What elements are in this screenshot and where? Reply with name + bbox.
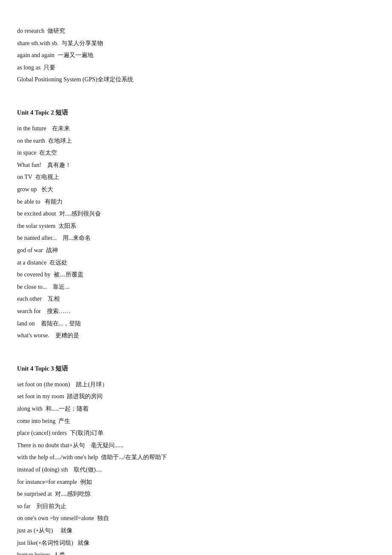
phrase-line: be surprised at 对....感到吃惊 xyxy=(17,489,375,500)
phrase-line: What fun! 真有趣！ xyxy=(17,160,375,171)
phrase-zh: 全球定位系统 xyxy=(98,76,133,83)
phrase-en: the solar system xyxy=(17,223,55,229)
phrase-line: god of war 战神 xyxy=(17,245,375,256)
topic2-title: Unit 4 Topic 2 短语 xyxy=(17,107,375,118)
phrase-line: land on 着陆在...，登陆 xyxy=(17,318,375,330)
phrase-en: human beings xyxy=(17,552,50,555)
phrase-en: be excited about xyxy=(17,210,56,217)
phrase-zh: 被....所覆盖 xyxy=(54,271,84,278)
phrase-en: place (cancel) orders xyxy=(17,430,67,436)
phrase-en: be named after... xyxy=(17,235,63,241)
phrase-zh: 踏上(月球） xyxy=(76,381,108,388)
phrase-line: search for 搜索…… xyxy=(17,306,375,317)
phrase-line: be covered by 被....所覆盖 xyxy=(17,269,375,281)
phrase-line: human beings 人类 xyxy=(17,549,375,555)
phrase-zh: 取代(做).... xyxy=(74,466,101,473)
topic2-section: Unit 4 Topic 2 短语 in the future 在未来 on t… xyxy=(17,107,375,342)
phrase-en: for instance=for example xyxy=(17,479,77,485)
phrase-zh: 在太空 xyxy=(39,150,57,156)
phrase-zh: 和.....一起；随着 xyxy=(46,405,89,412)
phrase-en: what's worse. xyxy=(17,332,49,339)
phrase-zh: 只要 xyxy=(43,64,55,71)
phrase-zh: 在远处 xyxy=(49,259,67,266)
phrase-line: on TV 在电视上 xyxy=(17,172,375,183)
phrase-zh: 人类 xyxy=(53,552,65,555)
phrase-line: just like(+名词性词组) 就像 xyxy=(17,538,375,549)
spacer xyxy=(17,98,375,107)
phrase-en: each other xyxy=(17,296,42,302)
phrase-en: do research xyxy=(17,28,44,34)
phrase-line: so far 到目前为止 xyxy=(17,501,375,512)
phrase-line: on one's own =by oneself=alone 独自 xyxy=(17,513,375,524)
phrase-zh: 真有趣！ xyxy=(47,162,71,168)
spacer xyxy=(17,354,375,363)
phrase-zh: 用...来命名 xyxy=(63,235,91,241)
phrase-line: place (cancel) orders 下(取消)订单 xyxy=(17,428,375,439)
phrase-line: come into being 产生 xyxy=(17,416,375,427)
phrase-zh: 战神 xyxy=(46,247,58,253)
phrase-en: with the help of..../with one's help xyxy=(17,454,98,460)
phrase-line: grow up 长大 xyxy=(17,184,375,196)
phrase-line: set foot on (the moon) 踏上(月球） xyxy=(17,379,375,391)
phrase-en: grow up xyxy=(17,186,37,193)
phrase-line: again and again 一遍又一遍地 xyxy=(17,50,375,61)
phrase-en: instead of (doing) sth xyxy=(17,466,68,473)
phrase-zh: 对....感到很兴奋 xyxy=(59,210,101,217)
topic3-title: Unit 4 Topic 3 短语 xyxy=(17,363,375,374)
phrase-zh: 毫无疑问...... xyxy=(91,442,124,449)
phrase-line: just as (+从句) 就像 xyxy=(17,525,375,537)
phrase-line: be named after... 用...来命名 xyxy=(17,233,375,244)
phrase-line: for instance=for example 例如 xyxy=(17,477,375,488)
phrase-en: share sth.with sb. xyxy=(17,40,58,46)
topic3-section: Unit 4 Topic 3 短语 set foot on (the moon)… xyxy=(17,363,375,555)
phrase-line: what's worse. 更糟的是 xyxy=(17,330,375,342)
phrase-en: again and again xyxy=(17,52,55,58)
phrase-zh: 互相 xyxy=(48,296,60,302)
phrase-zh: 产生 xyxy=(58,418,70,424)
phrase-en: on the earth xyxy=(17,138,45,144)
phrase-en: so far xyxy=(17,503,31,509)
phrase-en: set foot on (the moon) xyxy=(17,381,70,388)
phrase-en: be covered by xyxy=(17,271,51,278)
phrase-zh: 下(取消)订单 xyxy=(70,430,104,436)
phrase-zh: 着陆在...，登陆 xyxy=(41,320,81,327)
phrase-line: set foot in my room 踏进我的房间 xyxy=(17,391,375,403)
phrase-zh: 搜索…… xyxy=(47,308,71,314)
phrase-en: along with xyxy=(17,405,43,412)
phrase-en: god of war xyxy=(17,247,43,253)
phrase-zh: 靠近... xyxy=(53,284,69,290)
phrase-en: just as (+从句) xyxy=(17,527,61,534)
intro-section: do research 做研究 share sth.with sb. 与某人分享… xyxy=(17,26,375,86)
phrase-line: There is no doubt that+从句 毫无疑问...... xyxy=(17,440,375,451)
phrase-zh: 在地球上 xyxy=(48,138,72,144)
phrase-zh: 例如 xyxy=(80,479,92,485)
phrase-line: at a distance 在远处 xyxy=(17,257,375,269)
phrase-zh: 就像 xyxy=(61,527,72,534)
phrase-en: at a distance xyxy=(17,259,46,266)
phrase-line: along with 和.....一起；随着 xyxy=(17,403,375,415)
phrase-zh: 长大 xyxy=(41,186,53,193)
phrase-zh: 与某人分享某物 xyxy=(61,40,103,46)
phrase-en: land on xyxy=(17,320,35,327)
phrase-line: on the earth 在地球上 xyxy=(17,135,375,147)
phrase-zh: 做研究 xyxy=(47,28,65,34)
phrase-line: be excited about 对....感到很兴奋 xyxy=(17,208,375,220)
phrase-line: be able to 有能力 xyxy=(17,196,375,208)
phrase-en: There is no doubt that+从句 xyxy=(17,442,91,449)
phrase-en: What fun! xyxy=(17,162,41,168)
phrase-line: as long as 只要 xyxy=(17,62,375,74)
phrase-zh: 就像 xyxy=(78,540,89,546)
phrase-line: share sth.with sb. 与某人分享某物 xyxy=(17,38,375,49)
phrase-zh: 太阳系 xyxy=(58,223,76,229)
phrase-zh: 一遍又一遍地 xyxy=(58,52,93,58)
phrase-zh: 借助于.../在某人的帮助下 xyxy=(101,454,167,460)
phrase-zh: 在电视上 xyxy=(35,174,59,180)
phrase-line: in the future 在未来 xyxy=(17,123,375,135)
phrase-en: search for xyxy=(17,308,41,314)
phrase-en: Global Positioning System (GPS) xyxy=(17,76,98,83)
phrase-en: be surprised at xyxy=(17,491,52,497)
phrase-line: in space 在太空 xyxy=(17,147,375,159)
phrase-en: on one's own =by oneself=alone xyxy=(17,515,94,521)
phrase-zh: 到目前为止 xyxy=(37,503,66,509)
phrase-en: in space xyxy=(17,150,36,156)
